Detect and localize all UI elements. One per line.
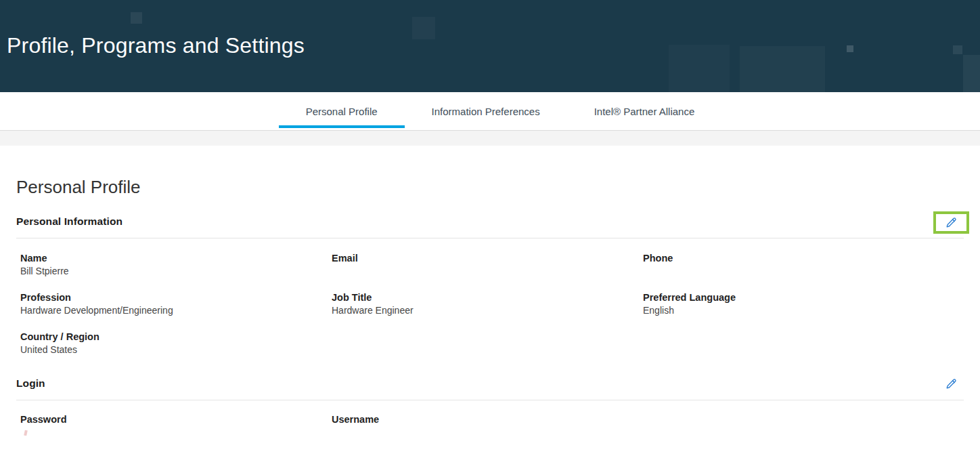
field-label: Job Title — [332, 292, 643, 303]
pencil-icon — [945, 378, 957, 390]
field-label: Username — [332, 414, 643, 425]
field-value — [643, 266, 964, 277]
field-email: Email — [332, 253, 643, 277]
field-username: Username — [332, 414, 643, 438]
field-label: Preferred Language — [643, 292, 964, 303]
section-login: Login Password Username — [16, 377, 964, 438]
tab-personal-profile[interactable]: Personal Profile — [279, 92, 405, 130]
section-title: Personal Information — [16, 215, 122, 228]
app-root: Profile, Programs and Settings Personal … — [0, 0, 980, 438]
section-personal-information: Personal Information Name Bill Stpierre — [16, 214, 964, 356]
personal-information-header: Personal Information — [16, 214, 964, 238]
field-label: Phone — [643, 253, 964, 264]
page-header: Profile, Programs and Settings — [0, 0, 980, 92]
field-profession: Profession Hardware Development/Engineer… — [20, 292, 332, 316]
tab-intel-partner-alliance[interactable]: Intel® Partner Alliance — [567, 92, 722, 130]
login-header: Login — [16, 377, 964, 400]
decor-square — [131, 12, 142, 24]
field-value — [20, 427, 332, 438]
field-country-region: Country / Region United States — [20, 331, 332, 356]
field-preferred-language: Preferred Language English — [643, 292, 964, 316]
decor-square — [847, 45, 853, 52]
field-name: Name Bill Stpierre — [20, 253, 332, 277]
field-value — [332, 266, 643, 277]
field-label: Password — [20, 414, 332, 425]
annotation-highlight-box — [933, 211, 969, 234]
login-grid: Password Username — [16, 400, 964, 438]
decor-square — [669, 45, 730, 92]
decor-square — [963, 55, 980, 92]
section-title: Login — [16, 377, 45, 390]
decor-square — [740, 46, 825, 92]
field-phone: Phone — [643, 253, 964, 277]
field-value: United States — [20, 344, 332, 356]
field-job-title: Job Title Hardware Engineer — [332, 292, 643, 316]
field-label: Name — [20, 253, 332, 264]
field-label: Profession — [20, 292, 332, 303]
page-title: Personal Profile — [16, 177, 964, 198]
decor-square — [412, 17, 435, 39]
decor-square — [953, 45, 962, 54]
tab-label: Personal Profile — [306, 106, 378, 117]
password-masked-value — [24, 430, 28, 436]
field-value: English — [643, 305, 964, 316]
field-value — [332, 427, 643, 438]
tab-label: Information Preferences — [432, 106, 540, 117]
edit-login-button[interactable] — [945, 378, 957, 390]
field-label: Country / Region — [20, 331, 332, 342]
tab-information-preferences[interactable]: Information Preferences — [405, 92, 567, 130]
page-header-title: Profile, Programs and Settings — [7, 33, 305, 58]
field-label: Email — [332, 253, 643, 264]
edit-personal-information-button[interactable] — [945, 217, 957, 228]
field-value: Bill Stpierre — [20, 266, 332, 277]
field-value: Hardware Development/Engineering — [20, 305, 332, 316]
field-password: Password — [20, 414, 332, 438]
personal-information-grid: Name Bill Stpierre Email Phone Professio… — [16, 238, 964, 356]
tab-label: Intel® Partner Alliance — [594, 106, 695, 117]
field-value: Hardware Engineer — [332, 305, 643, 316]
sub-header-strip — [0, 130, 980, 146]
tab-bar: Personal Profile Information Preferences… — [0, 92, 980, 130]
pencil-icon — [945, 217, 957, 228]
main-content: Personal Profile Personal Information Na… — [0, 177, 980, 438]
